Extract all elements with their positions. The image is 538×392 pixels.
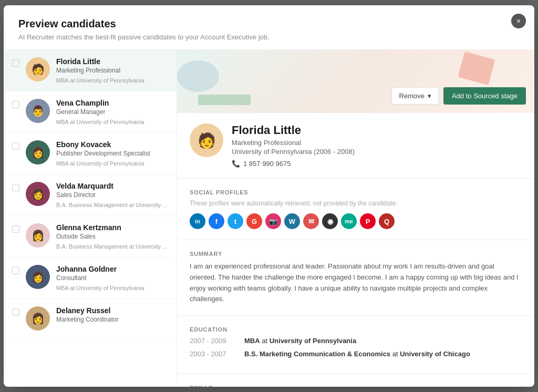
candidate-info: Vena Champlin General Manager MBA at Uni…	[56, 99, 168, 125]
candidate-item[interactable]: 👩 Glenna Kertzmann Outside Sales B.A. Bu…	[4, 216, 177, 257]
education-row: 2003 - 2007 B.S. Marketing Communication…	[190, 350, 522, 358]
social-profiles-note: These profiles were automatically retrie…	[190, 200, 522, 207]
candidate-edu: MBA at University of Pennsylvania	[56, 77, 168, 84]
candidate-edu: MBA at University of Pennsylvania	[56, 285, 168, 291]
candidate-avatar: 👩	[26, 182, 50, 206]
candidate-info: Delaney Russel Marketing Coordinator	[56, 306, 168, 326]
candidate-checkbox[interactable]	[12, 184, 19, 191]
candidate-item[interactable]: 👩 Delaney Russel Marketing Coordinator	[4, 299, 177, 338]
candidate-checkbox[interactable]	[12, 225, 19, 233]
candidate-role: Outside Sales	[56, 233, 168, 240]
profile-avatar: 🧑	[190, 123, 223, 157]
github-icon[interactable]: ◉	[322, 213, 338, 229]
profile-info: Florida Little Marketing Professional Un…	[232, 123, 355, 168]
summary-section: SUMMARY I am an experienced professional…	[177, 240, 534, 316]
banner-shape-green	[198, 95, 251, 105]
linkedin-icon[interactable]: in	[190, 213, 205, 229]
social-profiles-section: SOCIAL PROFILES These profiles were auto…	[177, 179, 534, 240]
phone-icon: 📞	[232, 160, 240, 168]
modal-body: 🧑 Florida Little Marketing Professional …	[4, 50, 534, 387]
mail-icon[interactable]: ✉	[303, 213, 319, 229]
skills-title: SKILLS	[190, 385, 522, 387]
twitter-icon[interactable]: t	[227, 213, 243, 229]
candidate-avatar: 👩	[26, 306, 50, 331]
candidate-info: Florida Little Marketing Professional MB…	[56, 57, 168, 84]
wordpress-icon[interactable]: W	[284, 213, 300, 229]
quora-icon[interactable]: Q	[379, 213, 395, 229]
education-entries: 2007 - 2009 MBA at University of Pennsyl…	[190, 337, 522, 358]
candidate-role: Marketing Coordinator	[56, 316, 168, 323]
candidate-item[interactable]: 🧑 Florida Little Marketing Professional …	[4, 50, 177, 91]
profile-edu: University of Pennsylvania (2006 - 2008)	[232, 148, 355, 156]
candidate-item[interactable]: 👨 Vena Champlin General Manager MBA at U…	[4, 91, 177, 133]
candidate-name: Vena Champlin	[56, 99, 168, 107]
candidate-name: Delaney Russel	[56, 306, 168, 315]
candidate-role: Marketing Professional	[56, 67, 168, 74]
candidate-role: Publisher Development Specialist	[56, 150, 168, 157]
banner-shape-pink	[458, 51, 495, 85]
skills-section: SKILLS Strategic partnerships, Sales man…	[177, 374, 534, 387]
preview-candidates-modal: Preview candidates AI Recruiter matches …	[4, 5, 534, 387]
profile-role: Marketing Professional	[232, 139, 355, 147]
candidate-info: Velda Marquardt Sales Director B.A. Busi…	[56, 182, 168, 208]
edu-degree: MBA at University of Pennsylvania	[244, 337, 356, 345]
candidate-edu: B.A. Business Management at University .…	[56, 202, 168, 208]
google-icon[interactable]: G	[246, 213, 262, 229]
profile-name: Florida Little	[232, 123, 355, 137]
candidate-checkbox[interactable]	[12, 101, 19, 108]
candidate-name: Velda Marquardt	[56, 182, 168, 190]
candidate-avatar: 👨	[26, 99, 50, 123]
modal-overlay: Preview candidates AI Recruiter matches …	[0, 0, 538, 392]
candidate-edu: B.A. Business Management at University .…	[56, 243, 168, 250]
instagram-icon[interactable]: 📷	[265, 213, 281, 229]
banner-actions: Remove ▾ Add to Sourced stage	[391, 87, 526, 105]
education-title: EDUCATION	[190, 326, 522, 333]
banner-shape-blue	[177, 60, 219, 92]
candidate-item[interactable]: 👩 Johanna Goldner Consultant MBA at Univ…	[4, 257, 177, 299]
candidate-checkbox[interactable]	[12, 142, 19, 150]
social-profiles-title: SOCIAL PROFILES	[190, 189, 522, 195]
candidate-role: Consultant	[56, 274, 168, 282]
profile-phone: 📞 1 857 990 9675	[232, 160, 355, 168]
social-icons-list: inftG📷W✉◉mePQ	[190, 213, 522, 229]
candidates-list: 🧑 Florida Little Marketing Professional …	[4, 50, 177, 387]
candidate-name: Florida Little	[56, 57, 168, 66]
candidate-role: General Manager	[56, 108, 168, 116]
remove-button[interactable]: Remove ▾	[391, 87, 439, 105]
chevron-down-icon: ▾	[428, 92, 431, 100]
candidate-checkbox[interactable]	[12, 308, 19, 316]
modal-title: Preview candidates	[18, 18, 520, 30]
candidate-edu: MBA at University of Pennsylvania	[56, 160, 168, 167]
candidate-name: Johanna Goldner	[56, 265, 168, 273]
pinterest-icon[interactable]: P	[360, 213, 376, 229]
edu-years: 2003 - 2007	[190, 350, 232, 358]
candidate-role: Sales Director	[56, 191, 168, 199]
edu-years: 2007 - 2009	[190, 337, 232, 345]
about-me-icon[interactable]: me	[341, 213, 357, 229]
candidate-checkbox[interactable]	[12, 59, 19, 67]
profile-section: 🧑 Florida Little Marketing Professional …	[177, 113, 534, 179]
education-section: EDUCATION 2007 - 2009 MBA at University …	[177, 316, 534, 374]
candidate-item[interactable]: 👩 Velda Marquardt Sales Director B.A. Bu…	[4, 174, 177, 216]
edu-degree: B.S. Marketing Communication & Economics…	[244, 350, 470, 358]
candidate-checkbox[interactable]	[12, 267, 19, 274]
candidate-info: Glenna Kertzmann Outside Sales B.A. Busi…	[56, 223, 168, 250]
candidate-info: Ebony Kovacek Publisher Development Spec…	[56, 140, 168, 167]
close-button[interactable]: ×	[511, 14, 526, 28]
modal-header: Preview candidates AI Recruiter matches …	[4, 5, 534, 50]
summary-text: I am an experienced professional and lea…	[190, 261, 522, 305]
candidate-info: Johanna Goldner Consultant MBA at Univer…	[56, 265, 168, 291]
candidate-item[interactable]: 👩 Ebony Kovacek Publisher Development Sp…	[4, 133, 177, 174]
facebook-icon[interactable]: f	[209, 213, 224, 229]
candidate-avatar: 👩	[26, 265, 50, 289]
education-row: 2007 - 2009 MBA at University of Pennsyl…	[190, 337, 522, 345]
summary-title: SUMMARY	[190, 251, 522, 257]
candidate-name: Ebony Kovacek	[56, 140, 168, 149]
candidate-avatar: 👩	[26, 140, 50, 164]
candidate-avatar: 🧑	[26, 57, 50, 81]
detail-banner: Remove ▾ Add to Sourced stage	[177, 50, 534, 113]
add-to-stage-button[interactable]: Add to Sourced stage	[443, 87, 526, 105]
candidate-avatar: 👩	[26, 223, 50, 247]
candidate-edu: MBA at University of Pennsylvania	[56, 119, 168, 125]
candidate-detail: Remove ▾ Add to Sourced stage 🧑 Florida …	[177, 50, 534, 387]
